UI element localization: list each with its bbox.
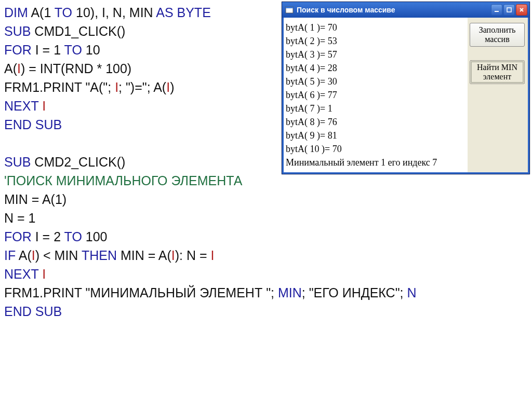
code-line: MIN = A(1) [4, 190, 295, 209]
code-line: N = 1 [4, 209, 295, 227]
close-button[interactable] [516, 4, 527, 16]
find-min-button[interactable]: Найти MIN элемент [470, 60, 525, 84]
code-line: NEXT I [4, 97, 295, 115]
output-line: bytA( 3 )= 57 [286, 48, 464, 61]
code-line: END SUB [4, 115, 295, 134]
code-line: FOR I = 2 TO 100 [4, 227, 295, 246]
code-line: FOR I = 1 TO 10 [4, 40, 295, 59]
output-line: bytA( 5 )= 30 [286, 75, 464, 88]
app-window: Поиск в числовом массиве bytA( 1 )= 70 b… [282, 2, 530, 174]
output-line: bytA( 1 )= 70 [286, 21, 464, 34]
svg-rect-3 [507, 8, 511, 12]
result-line: Минимальный элемент 1 его индекс 7 [286, 156, 464, 169]
code-line: A(I) = INT(RND * 100) [4, 59, 295, 78]
buttons-pane: Заполнить массив Найти MIN элемент [468, 18, 528, 172]
fill-array-button[interactable]: Заполнить массив [470, 23, 525, 47]
code-line: DIM A(1 TO 10), I, N, MIN AS BYTE [4, 3, 295, 22]
output-line: bytA( 10 )= 70 [286, 142, 464, 156]
output-line: bytA( 6 )= 77 [286, 88, 464, 102]
code-line: SUB CMD1_CLICK() [4, 22, 295, 40]
code-line: FRM1.PRINT "A("; I; ")="; A(I) [4, 78, 295, 97]
window-title: Поиск в числовом массиве [297, 6, 491, 14]
code-listing: DIM A(1 TO 10), I, N, MIN AS BYTE SUB CM… [4, 3, 295, 321]
code-line: FRM1.PRINT "МИНИМАЛЬНЫЙ ЭЛЕМЕНТ "; MIN; … [4, 283, 295, 302]
code-line: NEXT I [4, 265, 295, 283]
code-line: 'ПОИСК МИНИМАЛЬНОГО ЭЛЕМЕНТА [4, 171, 295, 190]
code-line: IF A(I) < MIN THEN MIN = A(I): N = I [4, 246, 295, 265]
minimize-button[interactable] [491, 4, 502, 16]
title-buttons [491, 4, 527, 16]
output-line: bytA( 8 )= 76 [286, 115, 464, 129]
form-icon [285, 6, 294, 14]
svg-rect-1 [286, 7, 293, 8]
output-line: bytA( 7 )= 1 [286, 102, 464, 115]
output-line: bytA( 4 )= 28 [286, 61, 464, 75]
maximize-button[interactable] [503, 4, 515, 16]
code-line: END SUB [4, 302, 295, 321]
svg-rect-2 [495, 11, 499, 12]
output-pane: bytA( 1 )= 70 bytA( 2 )= 53 bytA( 3 )= 5… [284, 18, 468, 172]
output-line: bytA( 2 )= 53 [286, 34, 464, 48]
titlebar[interactable]: Поиск в числовом массиве [282, 2, 529, 18]
output-line: bytA( 9 )= 81 [286, 129, 464, 142]
code-line: SUB CMD2_CLICK() [4, 153, 295, 171]
